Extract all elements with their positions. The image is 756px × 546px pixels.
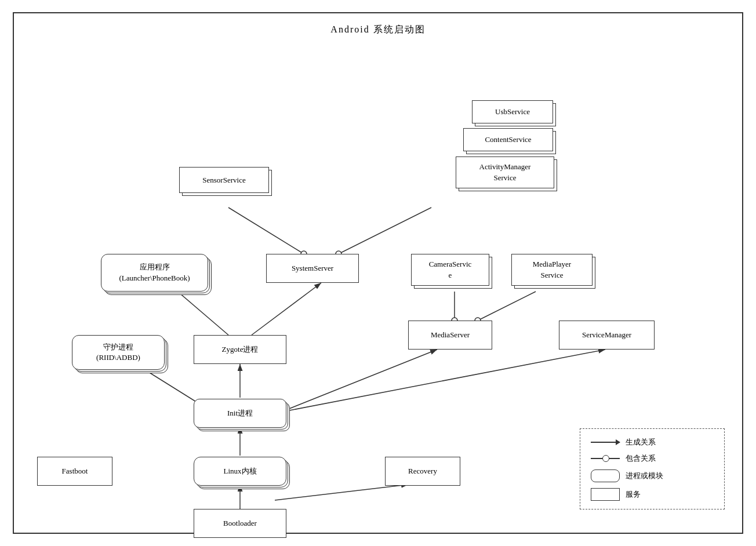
legend-circle-label: 包含关系 (626, 453, 656, 464)
cameraservice-box: CameraService (411, 254, 489, 286)
svg-line-13 (339, 208, 431, 254)
svg-line-11 (228, 208, 304, 254)
systemserver-box: SystemServer (266, 254, 359, 283)
fastboot-box: Fastboot (37, 457, 112, 486)
mediaserver-box: MediaServer (408, 321, 492, 350)
legend-arrow-icon (591, 442, 620, 443)
legend-arrow-row: 生成关系 (591, 437, 714, 447)
diagram-title: Android 系统启动图 (14, 24, 742, 36)
svg-line-3 (275, 485, 408, 500)
app-box: 应用程序(Launcher\PhoneBook) (101, 254, 208, 292)
svg-line-10 (252, 283, 321, 335)
contentservice-box: ContentService (463, 128, 553, 151)
diagram-area: Bootloader Linux内核 Fastboot Recovery Ini… (14, 42, 742, 533)
legend-rect-row: 服务 (591, 488, 714, 501)
legend-circle-row: 包含关系 (591, 453, 714, 464)
usbservice-box: UsbService (472, 100, 553, 123)
linux-box: Linux内核 (194, 457, 286, 486)
mediaplayerservice-box: MediaPlayerService (511, 254, 593, 286)
diagram-container: Android 系统启动图 (13, 12, 743, 534)
svg-line-7 (281, 350, 605, 412)
svg-line-6 (281, 350, 437, 412)
daemon-box: 守护进程(RIID\ADBD) (72, 335, 165, 370)
legend-rect-label: 服务 (626, 489, 641, 500)
zygote-box: Zygote进程 (194, 335, 286, 364)
sensorservice-box: SensorService (179, 167, 269, 193)
legend-arrow-label: 生成关系 (626, 437, 656, 447)
legend-rounded-label: 进程或模块 (626, 471, 663, 481)
activitymanager-box: ActivityManagerService (456, 156, 554, 188)
legend: 生成关系 包含关系 进程或模块 服务 (580, 428, 725, 509)
recovery-box: Recovery (385, 457, 460, 486)
init-box: Init进程 (194, 399, 286, 428)
legend-rounded-icon (591, 469, 620, 482)
servicemanager-box: ServiceManager (559, 321, 655, 350)
svg-line-17 (478, 292, 536, 321)
legend-circle-icon (591, 458, 620, 459)
legend-rounded-row: 进程或模块 (591, 469, 714, 482)
bootloader-box: Bootloader (194, 509, 286, 538)
legend-rect-icon (591, 488, 620, 501)
